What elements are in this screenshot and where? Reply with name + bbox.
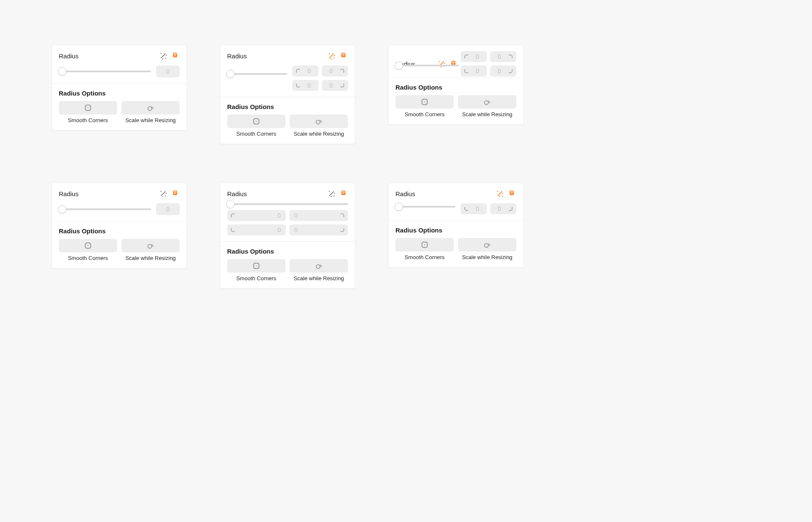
magic-wand-button[interactable] (159, 51, 168, 60)
radius-panel: Radius 0 0 (388, 45, 524, 125)
scale-resizing-button[interactable] (290, 259, 348, 273)
radius-slider[interactable] (227, 73, 287, 75)
magic-wand-button[interactable] (437, 59, 446, 68)
options-title: Radius Options (227, 103, 348, 110)
radius-slider[interactable] (395, 206, 455, 208)
magic-wand-icon (328, 52, 335, 60)
svg-line-45 (498, 191, 502, 196)
smooth-corners-button[interactable] (59, 239, 117, 252)
gear-icon (340, 52, 347, 60)
options-title: Radius Options (59, 90, 180, 97)
svg-point-43 (256, 265, 257, 266)
svg-line-37 (329, 191, 329, 191)
corner-top-left-input[interactable]: 0 (461, 51, 487, 62)
settings-button[interactable] (339, 51, 348, 60)
svg-point-26 (485, 101, 488, 104)
scale-resize-icon (146, 104, 155, 112)
scale-resize-icon (146, 241, 155, 250)
scale-resizing-label: Scale while Resizing (290, 131, 348, 137)
rounded-square-icon (252, 118, 260, 125)
rounded-square-icon (252, 262, 260, 270)
smooth-corners-label: Smooth Corners (395, 254, 454, 260)
settings-button[interactable] (170, 189, 180, 198)
corner-bottom-right-input[interactable]: 0 (289, 224, 348, 235)
settings-button[interactable] (507, 189, 516, 198)
scale-resizing-button[interactable] (458, 238, 516, 251)
radius-slider-thumb[interactable] (226, 70, 235, 78)
svg-line-1 (161, 53, 161, 54)
radius-panel: Radius 0 Radius Options (52, 183, 187, 268)
gear-icon (508, 190, 516, 197)
svg-point-5 (174, 55, 176, 57)
radius-panel: Radius 0 Radius Options (52, 45, 187, 131)
corner-top-right-input[interactable]: 0 (490, 51, 516, 62)
magic-wand-button[interactable] (327, 51, 336, 60)
svg-line-11 (334, 58, 334, 58)
corner-tr-icon (340, 68, 345, 74)
panel-title: Radius (59, 190, 79, 197)
svg-line-29 (165, 196, 166, 196)
panel-title: Radius (395, 190, 415, 197)
smooth-corners-label: Smooth Corners (227, 131, 285, 137)
radius-slider[interactable] (59, 208, 151, 210)
radius-slider-thumb[interactable] (226, 200, 235, 208)
scale-resizing-label: Scale while Resizing (458, 111, 516, 118)
corner-bottom-left-input[interactable]: 0 (461, 203, 487, 214)
corner-top-left-input[interactable]: 0 (292, 66, 318, 77)
radius-slider-thumb[interactable] (395, 61, 403, 70)
svg-point-35 (148, 244, 152, 248)
smooth-corners-button[interactable] (395, 238, 454, 251)
magic-wand-button[interactable] (327, 189, 336, 198)
corner-top-right-input[interactable]: 0 (289, 210, 348, 221)
svg-point-52 (424, 244, 425, 245)
svg-point-44 (316, 265, 320, 268)
smooth-corners-button[interactable] (395, 95, 454, 109)
corner-bottom-left-input[interactable]: 0 (292, 80, 318, 91)
smooth-corners-button[interactable] (227, 259, 285, 273)
corner-br-icon (340, 227, 345, 232)
scale-resizing-label: Scale while Resizing (458, 254, 516, 260)
scale-resize-icon (315, 117, 323, 126)
options-title: Radius Options (395, 227, 516, 234)
svg-point-16 (256, 121, 257, 122)
corner-top-right-input[interactable]: 0 (322, 66, 348, 77)
gear-icon (450, 60, 457, 68)
smooth-corners-button[interactable] (227, 115, 285, 128)
radius-slider-thumb[interactable] (58, 67, 66, 76)
radius-slider[interactable] (59, 71, 151, 72)
radius-slider[interactable] (395, 65, 459, 66)
svg-point-34 (88, 245, 88, 246)
gear-icon (171, 190, 179, 197)
smooth-corners-button[interactable] (59, 101, 117, 115)
magic-wand-button[interactable] (495, 189, 505, 198)
smooth-corners-label: Smooth Corners (227, 275, 285, 281)
corner-tl-icon (296, 68, 301, 74)
corner-bl-icon (230, 227, 236, 232)
rounded-square-icon (84, 242, 92, 249)
corner-bottom-right-input[interactable]: 0 (322, 80, 348, 91)
corner-top-left-input[interactable]: 0 (227, 210, 286, 221)
corner-bottom-right-input[interactable]: 0 (490, 203, 516, 214)
radius-slider-thumb[interactable] (58, 205, 66, 213)
radius-value-input[interactable]: 0 (156, 203, 180, 215)
radius-slider-thumb[interactable] (395, 202, 403, 211)
magic-wand-icon (159, 52, 167, 60)
scale-resizing-button[interactable] (121, 239, 180, 252)
gear-icon (171, 52, 179, 60)
settings-button[interactable] (170, 51, 180, 60)
magic-wand-icon (496, 190, 504, 197)
corner-bottom-left-input[interactable]: 0 (227, 224, 286, 235)
settings-button[interactable] (449, 59, 458, 68)
scale-resizing-button[interactable] (458, 95, 516, 109)
radius-slider[interactable] (227, 203, 348, 205)
settings-button[interactable] (339, 189, 348, 198)
radius-value-input[interactable]: 0 (156, 66, 180, 77)
scale-resizing-button[interactable] (290, 115, 348, 128)
corner-bottom-left-input[interactable]: 0 (461, 66, 487, 77)
magic-wand-button[interactable] (159, 189, 168, 198)
magic-wand-icon (438, 60, 445, 68)
corner-bottom-right-input[interactable]: 0 (490, 66, 516, 77)
scale-resizing-button[interactable] (121, 101, 180, 115)
corner-br-icon (508, 68, 513, 74)
svg-point-25 (424, 101, 425, 102)
